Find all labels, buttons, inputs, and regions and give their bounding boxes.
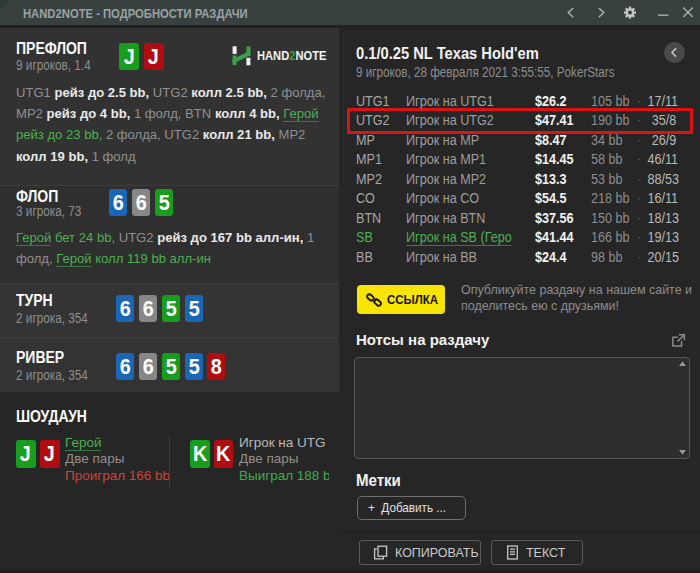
svg-text:HAND2NOTE: HAND2NOTE — [257, 50, 327, 62]
